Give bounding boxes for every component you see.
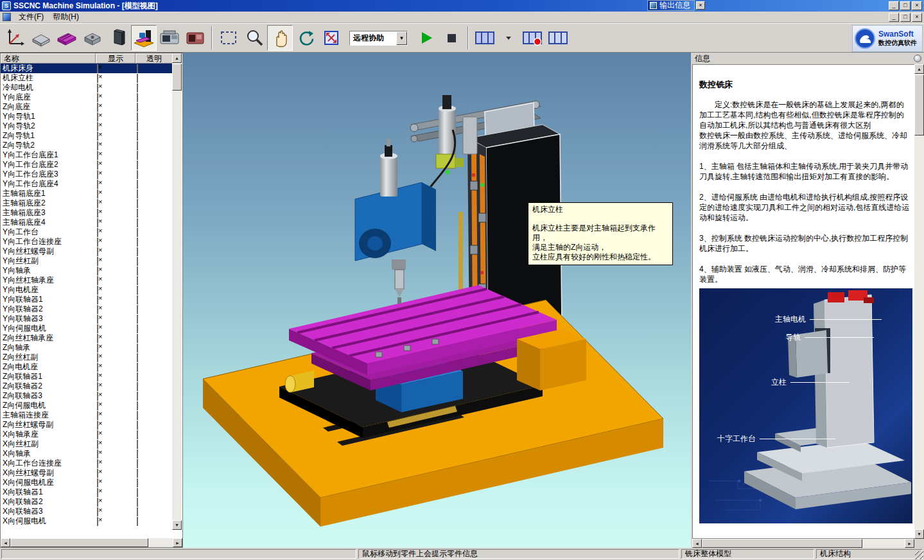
table-row[interactable]: X向丝杠螺母副 (1, 468, 173, 478)
show-checkbox[interactable] (97, 440, 98, 449)
transparent-checkbox[interactable] (137, 161, 138, 170)
transparent-checkbox[interactable] (137, 286, 138, 295)
transparent-checkbox[interactable] (137, 180, 138, 189)
table-row[interactable]: X向轴承 (1, 449, 173, 459)
show-checkbox[interactable] (97, 469, 98, 478)
transparent-checkbox[interactable] (137, 209, 138, 218)
child-restore-button[interactable]: □ (900, 13, 911, 22)
transparent-checkbox[interactable] (137, 469, 138, 478)
table-row[interactable]: Y向电机座 (1, 285, 173, 295)
show-checkbox[interactable] (97, 315, 98, 324)
model-viewport[interactable]: 机床立柱 机床立柱主要是对主轴箱起到支承作用，满足主轴的Z向运动，立柱应具有较好… (183, 53, 691, 548)
transparent-checkbox[interactable] (137, 238, 138, 247)
table-row[interactable]: Y向工作台底座4 (1, 179, 173, 189)
coordinate-axes-icon[interactable] (3, 25, 28, 51)
transparent-checkbox[interactable] (137, 315, 138, 324)
remote-assist-combo[interactable]: 远程协助 ▼ (349, 31, 408, 46)
table-row[interactable]: Y向丝杠轴承座 (1, 276, 173, 285)
whole-machine-icon[interactable] (131, 25, 157, 51)
transparent-checkbox[interactable] (137, 478, 138, 487)
menu-file[interactable]: 文件(F) (14, 10, 48, 24)
transparent-checkbox[interactable] (137, 517, 138, 526)
show-checkbox[interactable] (97, 401, 98, 410)
table-row[interactable]: X向联轴器2 (1, 497, 173, 507)
show-checkbox[interactable] (97, 334, 98, 343)
transparent-checkbox[interactable] (137, 103, 138, 112)
table-row[interactable]: Y向丝杠副 (1, 256, 173, 266)
menu-help[interactable]: 帮助(H) (48, 10, 83, 24)
table-row[interactable]: Y向联轴器1 (1, 295, 173, 304)
scrollbar-thumb[interactable] (914, 74, 924, 136)
table-row[interactable]: Y向工作台连接座 (1, 237, 173, 247)
panel-options-icon[interactable] (914, 55, 921, 62)
table-row[interactable]: 机床床身 (1, 64, 173, 73)
pan-hand-icon[interactable] (267, 25, 293, 51)
show-checkbox[interactable] (97, 199, 98, 208)
show-checkbox[interactable] (97, 459, 98, 468)
show-checkbox[interactable] (97, 74, 98, 83)
resize-grip[interactable] (915, 551, 923, 559)
machine-bed-part-icon[interactable] (28, 25, 54, 51)
worktable-part-icon[interactable] (54, 25, 80, 51)
show-checkbox[interactable] (97, 112, 98, 121)
table-row[interactable]: Y向底座 (1, 92, 173, 102)
show-checkbox[interactable] (97, 161, 98, 170)
table-row[interactable]: 主轴箱底座2 (1, 198, 173, 208)
table-row[interactable]: Y向导轨2 (1, 121, 173, 131)
table-row[interactable]: X向丝杠副 (1, 439, 173, 449)
transparent-checkbox[interactable] (137, 170, 138, 179)
show-checkbox[interactable] (97, 353, 98, 362)
transparent-checkbox[interactable] (137, 74, 138, 83)
column-header-transparent[interactable]: 透明 (135, 53, 173, 64)
table-row[interactable]: Y向工作台底座3 (1, 170, 173, 179)
transparent-checkbox[interactable] (137, 112, 138, 121)
show-checkbox[interactable] (97, 247, 98, 256)
show-checkbox[interactable] (97, 498, 98, 507)
transparent-checkbox[interactable] (137, 450, 138, 459)
scroll-up-icon[interactable]: ▲ (172, 53, 182, 63)
table-row[interactable]: Z向丝杠副 (1, 353, 173, 362)
output-info-floating-bar[interactable]: 输出信息 × (647, 0, 705, 11)
transparent-checkbox[interactable] (137, 64, 138, 73)
chevron-down-icon[interactable]: ▼ (396, 31, 407, 45)
column-header-show[interactable]: 显示 (96, 53, 135, 64)
transparent-checkbox[interactable] (137, 199, 138, 208)
show-checkbox[interactable] (97, 450, 98, 459)
transparent-checkbox[interactable] (137, 276, 138, 285)
show-checkbox[interactable] (97, 83, 98, 92)
table-row[interactable]: 主轴箱底座1 (1, 189, 173, 198)
table-row[interactable]: Y向丝杠螺母副 (1, 247, 173, 256)
machine-alt-icon[interactable] (182, 25, 208, 51)
frames-alt-icon[interactable] (545, 25, 571, 51)
show-checkbox[interactable] (97, 392, 98, 401)
show-checkbox[interactable] (97, 209, 98, 218)
scrollbar-thumb[interactable] (702, 539, 862, 548)
maximize-button[interactable]: □ (900, 1, 911, 10)
column-header-name[interactable]: 名称 (1, 53, 96, 64)
table-row[interactable]: Z向导轨1 (1, 131, 173, 141)
table-row[interactable]: Z向联轴器3 (1, 391, 173, 401)
scroll-left-icon[interactable]: ◄ (1, 538, 10, 547)
close-button[interactable]: × (912, 1, 922, 10)
transparent-checkbox[interactable] (137, 324, 138, 333)
transparent-checkbox[interactable] (137, 507, 138, 516)
column-part-icon[interactable] (105, 25, 131, 51)
table-row[interactable]: Y向伺服电机 (1, 324, 173, 333)
scroll-right-icon[interactable]: ► (905, 539, 914, 548)
info-horizontal-scrollbar[interactable]: ◄ ► (692, 539, 914, 548)
show-checkbox[interactable] (97, 238, 98, 247)
table-row[interactable]: X向联轴器1 (1, 487, 173, 497)
transparent-checkbox[interactable] (137, 295, 138, 304)
transparent-checkbox[interactable] (137, 421, 138, 430)
frames-record-icon[interactable] (519, 25, 545, 51)
transparent-checkbox[interactable] (137, 401, 138, 410)
table-row[interactable]: Z向丝杠螺母副 (1, 420, 173, 430)
show-checkbox[interactable] (97, 267, 98, 276)
table-row[interactable]: Y向联轴器3 (1, 314, 173, 324)
table-row[interactable]: Y向工作台 (1, 227, 173, 237)
transparent-checkbox[interactable] (137, 459, 138, 468)
table-row[interactable]: X向联轴器3 (1, 507, 173, 516)
transparent-checkbox[interactable] (137, 257, 138, 266)
frames-icon[interactable] (472, 25, 498, 51)
show-checkbox[interactable] (97, 421, 98, 430)
